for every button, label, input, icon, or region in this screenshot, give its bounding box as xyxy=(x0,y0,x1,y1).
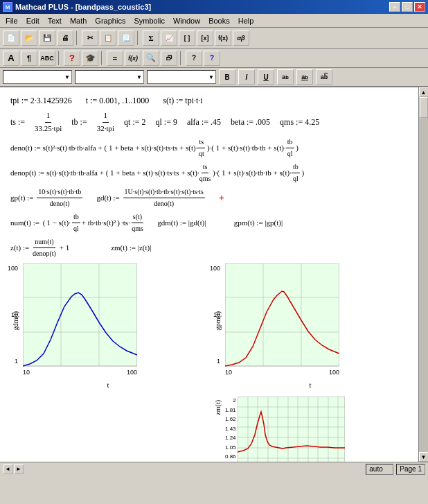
plot-zm-with-yticks: 2 1.81 1.62 1.43 1.24 1.05 0.86 0.67 0.4… xyxy=(225,397,345,462)
scroll-track[interactable] xyxy=(419,97,428,452)
eq-s: s(t) := tpi·t·i xyxy=(163,94,202,107)
eq-denop-f1d: qms xyxy=(199,173,211,184)
eq-tb-num: 1 xyxy=(102,110,109,123)
scroll-thumb[interactable] xyxy=(420,97,428,118)
plot-gpm-xlabel: t xyxy=(213,379,408,392)
eq-z-num: num(t) xyxy=(33,236,55,248)
tb-help4[interactable]: ? xyxy=(204,51,220,66)
scroll-up-button[interactable]: ▲ xyxy=(419,87,429,97)
tb-overline[interactable]: ab xyxy=(316,69,332,85)
eq-denop-frac2: tb ql xyxy=(292,162,300,184)
eq-deno-lhs: deno(t) := s(t)²·s(t)·tb·tb·alfa + xyxy=(10,142,104,155)
menu-math[interactable]: Math xyxy=(66,15,91,26)
tb-help3[interactable]: ? xyxy=(186,51,202,66)
plot-gpm-xmin: 10 xyxy=(225,367,232,377)
plot-gdm-xlabel: t xyxy=(10,379,206,392)
eq-ts-label: ts := xyxy=(10,116,25,129)
svg-rect-0 xyxy=(23,263,137,366)
tb-matrix[interactable]: [ ] xyxy=(179,31,195,46)
plot-gdm-svg xyxy=(23,263,137,367)
tb-fx[interactable]: f(x) xyxy=(125,51,141,66)
status-auto: auto xyxy=(366,464,393,475)
eq-qms: qms := 4.25 xyxy=(280,116,319,129)
toolbar-sep-3 xyxy=(58,51,61,65)
eq-num-f1n: tb xyxy=(72,211,80,223)
style-combo-arrow[interactable]: ▼ xyxy=(208,74,214,80)
size-combo-arrow[interactable]: ▼ xyxy=(136,74,142,80)
tb-copy[interactable]: 📋 xyxy=(100,31,116,46)
tb-text[interactable]: A xyxy=(3,51,19,66)
plot-gdm-ymax: 100 xyxy=(8,263,18,273)
eq-gp: gp(t) := 10·s(t)·s(t)·tb·tb deno(t) xyxy=(10,186,82,209)
tb-para[interactable]: ¶ xyxy=(21,51,37,66)
style-combo[interactable]: ▼ xyxy=(147,70,216,84)
tb-unit[interactable]: [x] xyxy=(197,31,213,46)
menu-books[interactable]: Books xyxy=(204,15,234,26)
tb-calc[interactable]: Σ xyxy=(143,31,159,46)
eq-ts-den: 33.25·tpi xyxy=(35,123,62,135)
eq-line2: ts := 1 33.25·tpi tb := 1 32·tpi qt := 2… xyxy=(10,110,408,134)
scrollbar-vertical[interactable]: ▲ ▼ xyxy=(418,87,428,462)
tb-zoom2[interactable]: 🗗 xyxy=(161,51,177,66)
svg-rect-10 xyxy=(238,397,345,462)
tb-save[interactable]: 💾 xyxy=(39,31,55,46)
eq-deno-frac2: tb ql xyxy=(286,137,294,159)
plot-gdm-ymin: 1 xyxy=(15,356,18,366)
eq-z-expr: z(t) := num(t) denop(t) + 1 xyxy=(10,236,69,259)
menu-help[interactable]: Help xyxy=(234,15,258,26)
maximize-button[interactable]: □ xyxy=(402,2,413,12)
main-area: tpi := 2·3.1425926 t := 0.001, .1..1000 … xyxy=(0,87,428,462)
tb-spell[interactable]: ABC xyxy=(39,51,55,66)
eq-deno-end: ) xyxy=(294,142,298,155)
tb-cut[interactable]: ✂ xyxy=(82,31,98,46)
eq-deno: deno(t) := s(t)²·s(t)·tb·tb·alfa + ( 1 +… xyxy=(10,137,408,159)
scroll-right-button[interactable]: ► xyxy=(14,464,24,474)
toolbar-2: A ¶ ABC ? 🎓 = f(x) 🔍 🗗 ? ? xyxy=(0,49,428,68)
scroll-down-button[interactable]: ▼ xyxy=(419,452,429,462)
tb-print[interactable]: 🖨 xyxy=(57,31,73,46)
minimize-button[interactable]: − xyxy=(389,2,400,12)
eq-gd-frac: 1U·s(t)·s(t)·tb·tb·s(t)·s(t)·ts·ts deno(… xyxy=(123,186,205,209)
eq-line1: tpi := 2·3.1425926 t := 0.001, .1..1000 … xyxy=(10,94,408,107)
plot-gpm-svg xyxy=(225,263,339,367)
tb-open[interactable]: 📂 xyxy=(21,31,37,46)
tb-bold[interactable]: B xyxy=(219,69,235,85)
font-combo[interactable]: ▼ xyxy=(3,70,72,84)
plot-zm-ylabel: zm(t) xyxy=(213,400,224,415)
scroll-left-button[interactable]: ◄ xyxy=(3,464,12,474)
status-bar: ◄ ► auto Page 1 xyxy=(0,462,428,476)
menu-window[interactable]: Window xyxy=(169,15,204,26)
tb-graph[interactable]: 📈 xyxy=(161,31,177,46)
eq-num-frac1: tb ql xyxy=(72,211,80,234)
plot-gdm-yticks: 100 10 1 xyxy=(8,263,18,366)
close-button[interactable]: ✕ xyxy=(414,2,425,12)
tb-italic[interactable]: I xyxy=(238,69,255,85)
menu-symbolic[interactable]: Symbolic xyxy=(130,15,169,26)
size-combo[interactable]: ▼ xyxy=(75,70,144,84)
eq-t: t := 0.001, .1..1000 xyxy=(86,94,149,107)
tb-subscript[interactable]: ab xyxy=(277,69,294,85)
menu-file[interactable]: File xyxy=(1,15,22,26)
scroll-arrows[interactable]: ◄ ► xyxy=(3,464,24,474)
menu-edit[interactable]: Edit xyxy=(22,15,44,26)
eq-beta: beta := .005 xyxy=(231,116,270,129)
eq-z-den: denop(t) xyxy=(33,248,56,259)
tb-underline[interactable]: U xyxy=(258,69,274,85)
menu-text[interactable]: Text xyxy=(44,15,66,26)
tb-help2[interactable]: ? xyxy=(64,51,80,66)
tb-new[interactable]: 📄 xyxy=(3,31,19,46)
tb-eq[interactable]: = xyxy=(107,51,123,66)
tb-subscript2[interactable]: ab xyxy=(296,69,313,85)
font-combo-arrow[interactable]: ▼ xyxy=(64,74,70,80)
tb-greek[interactable]: αβ xyxy=(233,31,249,46)
plot-gdm-xmax: 100 xyxy=(127,367,137,377)
content-area[interactable]: tpi := 2·3.1425926 t := 0.001, .1..1000 … xyxy=(0,87,418,462)
tb-paste[interactable]: 📃 xyxy=(118,31,134,46)
plot-gdm-xmin: 10 xyxy=(23,367,30,377)
tb-func[interactable]: f(x) xyxy=(215,31,231,46)
tb-resources[interactable]: 🎓 xyxy=(82,51,98,66)
tb-zoom[interactable]: 🔍 xyxy=(143,51,159,66)
menu-graphics[interactable]: Graphics xyxy=(91,15,130,26)
window-controls[interactable]: − □ ✕ xyxy=(389,2,425,12)
eq-denop-f2d: ql xyxy=(293,173,298,184)
